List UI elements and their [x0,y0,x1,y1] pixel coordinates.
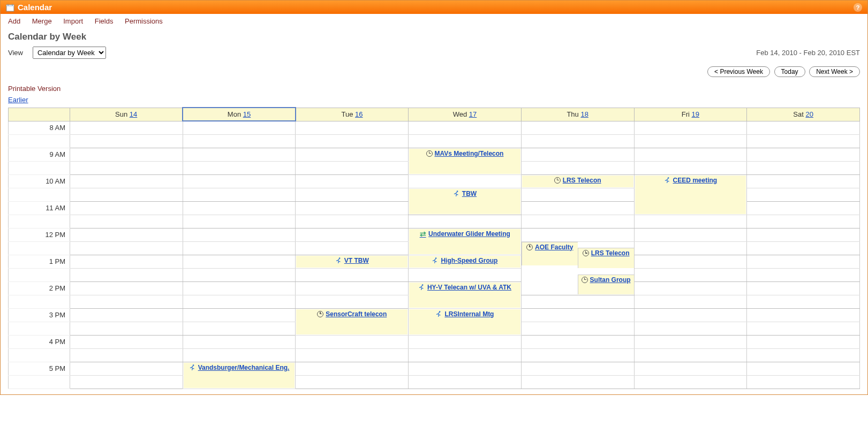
time-slot[interactable] [747,375,860,389]
time-slot[interactable]: SensorCraft telecon [296,308,409,335]
menu-fields[interactable]: Fields [95,17,114,25]
time-slot[interactable] [747,348,860,362]
time-slot[interactable] [296,335,409,348]
time-slot[interactable] [296,148,409,161]
time-slot[interactable] [296,348,409,362]
time-slot[interactable] [634,241,747,255]
time-slot[interactable] [296,241,409,255]
dayhead-thu[interactable]: Thu 18 [521,108,634,121]
event[interactable]: Vandsburger/Mechanical Eng. [184,363,295,388]
time-slot[interactable] [747,295,860,308]
time-slot[interactable] [183,322,296,335]
menu-import[interactable]: Import [63,17,83,25]
time-slot[interactable] [634,215,747,228]
time-slot[interactable] [747,121,860,134]
event[interactable]: CEED meeting [635,176,746,214]
time-slot[interactable] [183,228,296,241]
dayhead-sun[interactable]: Sun 14 [70,108,183,121]
menu-merge[interactable]: Merge [32,17,52,25]
time-slot[interactable] [183,268,296,281]
time-slot[interactable] [747,241,860,255]
time-slot[interactable] [70,228,183,241]
time-slot[interactable]: CEED meeting [634,174,747,215]
time-slot[interactable] [747,308,860,322]
time-slot[interactable]: AOE Faculty LRS Telecon Sultan Group [521,241,634,295]
time-slot[interactable]: TBW [409,188,522,215]
time-slot[interactable]: HY-V Telecan w/ UVA & ATK [409,281,522,308]
event[interactable]: VT TBW [296,256,407,268]
time-slot[interactable] [70,362,183,375]
time-slot[interactable] [70,188,183,201]
time-slot[interactable] [747,335,860,348]
dayhead-tue[interactable]: Tue 16 [296,108,409,121]
time-slot[interactable] [634,148,747,161]
time-slot[interactable] [521,362,634,375]
time-slot[interactable] [296,215,409,228]
time-slot[interactable] [183,148,296,161]
time-slot[interactable] [747,255,860,268]
time-slot[interactable] [296,174,409,188]
time-slot[interactable] [183,188,296,201]
time-slot[interactable] [747,268,860,281]
time-slot[interactable] [747,188,860,201]
time-slot[interactable] [521,295,634,308]
time-slot[interactable]: Vandsburger/Mechanical Eng. [183,362,296,389]
time-slot[interactable] [70,161,183,174]
time-slot[interactable] [634,228,747,241]
time-slot[interactable] [634,362,747,375]
time-slot[interactable] [521,335,634,348]
time-slot[interactable] [296,188,409,201]
time-slot[interactable] [747,161,860,174]
dayhead-mon[interactable]: Mon 15 [183,108,296,121]
time-slot[interactable] [747,281,860,295]
time-slot[interactable] [521,188,634,201]
event[interactable]: SensorCraft telecon [296,309,407,334]
time-slot[interactable] [521,215,634,228]
time-slot[interactable] [70,335,183,348]
time-slot[interactable] [183,201,296,215]
time-slot[interactable] [747,201,860,215]
time-slot[interactable] [183,281,296,295]
time-slot[interactable] [70,375,183,389]
time-slot[interactable] [183,241,296,255]
time-slot[interactable] [70,215,183,228]
event[interactable]: LRS Telecon [522,176,633,187]
time-slot[interactable] [70,308,183,322]
printable-link[interactable]: Printable Version [1,85,867,96]
time-slot[interactable] [634,335,747,348]
time-slot[interactable] [296,161,409,174]
event[interactable]: High-Speed Group [409,256,520,268]
time-slot[interactable] [70,295,183,308]
time-slot[interactable]: VT TBW [296,255,409,268]
time-slot[interactable]: High-Speed Group [409,255,522,268]
time-slot[interactable] [521,228,634,241]
time-slot[interactable] [747,322,860,335]
time-slot[interactable] [296,362,409,375]
time-slot[interactable] [409,174,522,188]
time-slot[interactable] [634,322,747,335]
time-slot[interactable] [70,255,183,268]
time-slot[interactable] [521,134,634,148]
help-icon[interactable]: ? [854,3,862,12]
time-slot[interactable]: MAVs Meeting/Telecon [409,148,522,174]
time-slot[interactable] [70,241,183,255]
event[interactable]: LRSInternal Mtg [409,309,520,334]
time-slot[interactable] [70,322,183,335]
time-slot[interactable] [521,161,634,174]
time-slot[interactable] [296,228,409,241]
time-slot[interactable] [747,134,860,148]
event[interactable]: ⇄ Underwater Glider Meeting [409,229,520,254]
time-slot[interactable] [521,348,634,362]
time-slot[interactable] [183,255,296,268]
time-slot[interactable] [183,335,296,348]
time-slot[interactable] [409,215,522,228]
time-slot[interactable] [409,335,522,348]
menu-permissions[interactable]: Permissions [125,17,163,25]
time-slot[interactable] [296,295,409,308]
time-slot[interactable] [747,362,860,375]
time-slot[interactable] [634,268,747,281]
time-slot[interactable] [70,201,183,215]
time-slot[interactable] [634,255,747,268]
time-slot[interactable] [183,174,296,188]
time-slot[interactable] [521,201,634,215]
